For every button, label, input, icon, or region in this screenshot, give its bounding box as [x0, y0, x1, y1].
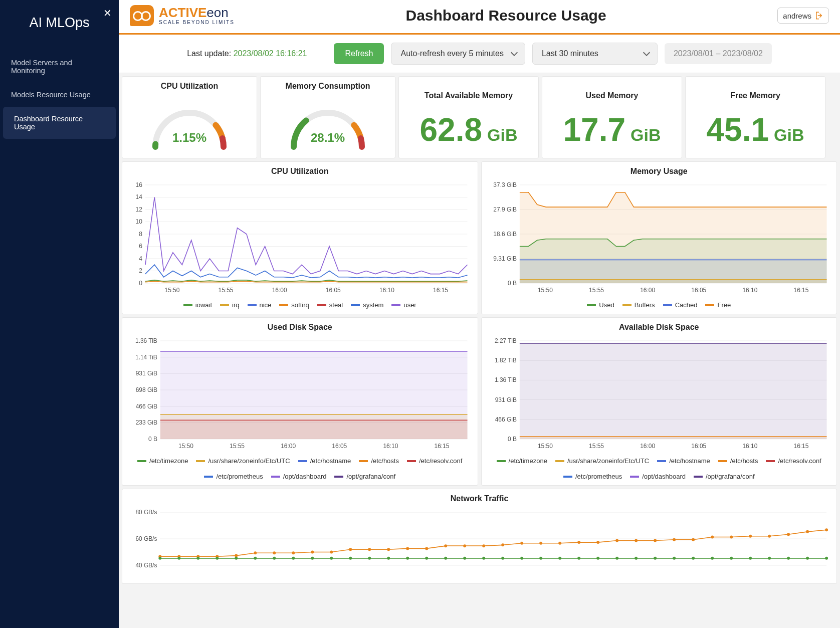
chart-cpu: CPU Utilization024681012141615:5015:5516…: [122, 161, 478, 314]
svg-text:1.36 TiB: 1.36 TiB: [135, 337, 157, 344]
sidebar-item[interactable]: Models Resource Usage: [0, 83, 119, 107]
svg-point-97: [406, 547, 409, 550]
svg-point-133: [406, 557, 409, 560]
svg-text:18.6 GiB: 18.6 GiB: [493, 231, 517, 238]
svg-text:12: 12: [136, 206, 143, 213]
svg-point-134: [425, 557, 428, 560]
svg-text:0: 0: [139, 280, 142, 287]
content: CPU Utilization 1.15% Memory Consumption…: [119, 73, 840, 628]
svg-point-128: [311, 557, 314, 560]
svg-text:10: 10: [136, 218, 143, 225]
svg-text:80 GB/s: 80 GB/s: [136, 509, 157, 516]
svg-text:233 GiB: 233 GiB: [136, 419, 157, 426]
refresh-button[interactable]: Refresh: [334, 43, 384, 64]
brand-logo: ACTIVEeon SCALE BEYOND LIMITS: [130, 5, 235, 26]
svg-point-111: [673, 538, 676, 541]
main: ACTIVEeon SCALE BEYOND LIMITS Dashboard …: [119, 0, 840, 628]
svg-text:2.27 TiB: 2.27 TiB: [494, 337, 516, 344]
svg-text:15:50: 15:50: [537, 443, 552, 450]
card-cpu-gauge: CPU Utilization 1.15%: [122, 76, 257, 158]
timerange-select[interactable]: Last 30 minutes: [532, 43, 658, 65]
page-title: Dashboard Resource Usage: [235, 7, 777, 24]
svg-point-132: [387, 557, 390, 560]
svg-point-153: [787, 557, 790, 560]
sidebar: ✕ AI MLOps Model Servers and MonitoringM…: [0, 0, 119, 628]
svg-text:16:15: 16:15: [435, 443, 450, 450]
svg-point-108: [615, 539, 618, 542]
svg-point-144: [615, 557, 618, 560]
svg-text:9.31 GiB: 9.31 GiB: [493, 255, 517, 262]
svg-point-120: [158, 557, 161, 560]
svg-text:6: 6: [139, 243, 142, 250]
logout-icon: [814, 11, 823, 20]
svg-point-122: [196, 557, 199, 560]
svg-text:16:10: 16:10: [379, 287, 394, 294]
svg-text:16:15: 16:15: [793, 287, 808, 294]
svg-point-102: [501, 543, 504, 546]
sidebar-item[interactable]: Dashboard Resource Usage: [3, 107, 116, 139]
svg-point-106: [577, 541, 580, 544]
svg-point-152: [768, 557, 771, 560]
svg-point-94: [349, 548, 352, 551]
svg-point-142: [577, 557, 580, 560]
svg-text:60 GB/s: 60 GB/s: [136, 535, 157, 542]
svg-point-93: [330, 551, 333, 554]
svg-point-145: [635, 557, 638, 560]
svg-text:16: 16: [136, 181, 143, 188]
svg-point-116: [768, 535, 771, 538]
svg-point-151: [749, 557, 752, 560]
svg-point-96: [387, 548, 390, 551]
svg-point-138: [501, 557, 504, 560]
svg-text:16:05: 16:05: [691, 443, 706, 450]
svg-point-114: [730, 535, 733, 538]
svg-point-101: [482, 544, 485, 547]
svg-point-143: [596, 557, 599, 560]
svg-point-140: [539, 557, 542, 560]
svg-text:4: 4: [139, 255, 142, 262]
svg-point-149: [711, 557, 714, 560]
svg-text:16:00: 16:00: [640, 443, 655, 450]
svg-text:16:05: 16:05: [332, 443, 347, 450]
svg-text:37.3 GiB: 37.3 GiB: [493, 181, 517, 188]
svg-text:16:00: 16:00: [640, 287, 655, 294]
svg-point-115: [749, 535, 752, 538]
svg-point-131: [368, 557, 371, 560]
logo-mark-icon: [130, 5, 154, 26]
svg-text:16:10: 16:10: [742, 287, 757, 294]
svg-point-100: [463, 544, 466, 547]
svg-text:15:55: 15:55: [230, 443, 245, 450]
svg-text:16:15: 16:15: [433, 287, 448, 294]
svg-text:466 GiB: 466 GiB: [136, 403, 157, 410]
svg-point-146: [654, 557, 657, 560]
svg-point-123: [216, 557, 219, 560]
nav-list: Model Servers and MonitoringModels Resou…: [0, 51, 119, 139]
svg-text:15:55: 15:55: [219, 287, 234, 294]
card-mem-gauge: Memory Consumption 28.1%: [260, 76, 395, 158]
svg-point-112: [692, 538, 695, 541]
sidebar-item[interactable]: Model Servers and Monitoring: [0, 51, 119, 83]
svg-point-88: [235, 554, 238, 557]
svg-point-105: [558, 542, 561, 545]
date-range: 2023/08/01 – 2023/08/02: [665, 43, 772, 64]
svg-point-104: [539, 542, 542, 545]
svg-text:0 B: 0 B: [507, 436, 516, 443]
svg-text:16:10: 16:10: [742, 443, 757, 450]
svg-text:16:00: 16:00: [272, 287, 287, 294]
svg-text:15:55: 15:55: [589, 443, 604, 450]
chart-used-disk: Used Disk Space0 B233 GiB466 GiB698 GiB9…: [122, 317, 478, 486]
card-free-mem: Free Memory 45.1GiB: [685, 76, 825, 158]
close-icon[interactable]: ✕: [103, 7, 112, 19]
card-total-mem: Total Available Memory 62.8GiB: [398, 76, 539, 158]
svg-point-110: [654, 539, 657, 542]
svg-point-141: [558, 557, 561, 560]
svg-point-126: [273, 557, 276, 560]
svg-text:698 GiB: 698 GiB: [136, 386, 157, 393]
user-menu[interactable]: andrews: [777, 8, 829, 24]
svg-text:16:05: 16:05: [691, 287, 706, 294]
chart-network: Network Traffic40 GB/s60 GB/s80 GB/s: [122, 489, 837, 584]
svg-point-118: [806, 530, 809, 533]
brand-name: ACTIVEeon: [159, 6, 235, 19]
svg-point-148: [692, 557, 695, 560]
autorefresh-select[interactable]: Auto-refresh every 5 minutes: [391, 43, 525, 65]
svg-text:931 GiB: 931 GiB: [495, 396, 516, 403]
